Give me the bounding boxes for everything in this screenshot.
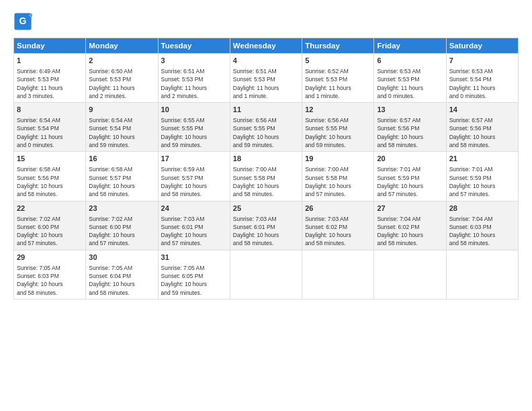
- calendar-cell: 18Sunrise: 7:00 AMSunset: 5:58 PMDayligh…: [230, 152, 302, 201]
- day-info: Daylight: 10 hours: [17, 182, 83, 190]
- calendar-cell: 8Sunrise: 6:54 AMSunset: 5:54 PMDaylight…: [14, 103, 86, 152]
- day-info: Sunrise: 7:05 AM: [89, 264, 154, 272]
- day-number: 28: [449, 203, 515, 214]
- day-info: and 59 minutes.: [161, 289, 227, 297]
- calendar-cell: 15Sunrise: 6:58 AMSunset: 5:56 PMDayligh…: [14, 152, 86, 201]
- calendar-cell: 24Sunrise: 7:03 AMSunset: 6:01 PMDayligh…: [158, 201, 230, 250]
- day-info: Daylight: 10 hours: [305, 133, 371, 141]
- calendar-cell: 9Sunrise: 6:54 AMSunset: 5:54 PMDaylight…: [86, 103, 158, 152]
- day-info: and 57 minutes.: [161, 239, 227, 247]
- calendar-cell: 30Sunrise: 7:05 AMSunset: 6:04 PMDayligh…: [86, 250, 158, 299]
- day-info: Sunrise: 7:03 AM: [305, 215, 371, 223]
- day-info: Sunrise: 6:55 AM: [161, 116, 227, 124]
- week-row-5: 29Sunrise: 7:05 AMSunset: 6:03 PMDayligh…: [14, 250, 519, 299]
- header-row: SundayMondayTuesdayWednesdayThursdayFrid…: [14, 38, 519, 54]
- day-info: Sunrise: 6:58 AM: [17, 165, 83, 173]
- day-number: 6: [377, 56, 443, 66]
- day-number: 20: [377, 154, 443, 165]
- day-info: Sunrise: 7:01 AM: [377, 165, 443, 173]
- day-info: Daylight: 10 hours: [233, 182, 299, 190]
- calendar-cell: 11Sunrise: 6:56 AMSunset: 5:55 PMDayligh…: [230, 103, 302, 152]
- day-info: Sunrise: 7:04 AM: [449, 215, 515, 223]
- day-info: Sunset: 5:54 PM: [89, 124, 154, 132]
- day-number: 10: [161, 105, 227, 116]
- logo-icon: G: [13, 12, 32, 31]
- day-info: and 58 minutes.: [17, 289, 83, 297]
- day-number: 8: [17, 105, 83, 116]
- day-number: 19: [305, 154, 371, 165]
- day-info: Sunset: 5:53 PM: [377, 75, 443, 83]
- day-info: Sunset: 5:53 PM: [89, 75, 154, 83]
- col-header-friday: Friday: [374, 38, 446, 54]
- page-header: G: [13, 12, 519, 31]
- day-info: Sunset: 5:55 PM: [233, 124, 299, 132]
- day-info: Sunrise: 6:49 AM: [17, 67, 83, 75]
- col-header-sunday: Sunday: [14, 38, 86, 54]
- calendar-cell: 19Sunrise: 7:00 AMSunset: 5:58 PMDayligh…: [302, 152, 374, 201]
- week-row-1: 1Sunrise: 6:49 AMSunset: 5:53 PMDaylight…: [14, 54, 519, 103]
- day-info: Sunrise: 6:51 AM: [233, 67, 299, 75]
- col-header-thursday: Thursday: [302, 38, 374, 54]
- day-info: Sunset: 6:02 PM: [305, 223, 371, 231]
- day-info: Sunrise: 7:01 AM: [449, 165, 515, 173]
- day-number: 3: [161, 56, 227, 66]
- day-info: Sunrise: 7:00 AM: [233, 165, 299, 173]
- day-info: Daylight: 10 hours: [161, 182, 227, 190]
- day-info: and 58 minutes.: [377, 239, 443, 247]
- day-info: Daylight: 10 hours: [161, 280, 227, 288]
- day-info: Sunset: 6:03 PM: [449, 223, 515, 231]
- calendar-cell: 25Sunrise: 7:03 AMSunset: 6:01 PMDayligh…: [230, 201, 302, 250]
- day-info: and 59 minutes.: [161, 141, 227, 149]
- day-info: Daylight: 10 hours: [89, 280, 154, 288]
- day-number: 22: [17, 203, 83, 214]
- day-info: Sunset: 5:53 PM: [161, 75, 227, 83]
- day-number: 26: [305, 203, 371, 214]
- col-header-monday: Monday: [86, 38, 158, 54]
- day-info: and 58 minutes.: [233, 239, 299, 247]
- day-info: and 2 minutes.: [161, 92, 227, 100]
- day-info: and 0 minutes.: [449, 92, 515, 100]
- day-info: and 57 minutes.: [377, 190, 443, 198]
- day-info: Daylight: 10 hours: [377, 133, 443, 141]
- day-number: 11: [233, 105, 299, 116]
- day-info: Sunrise: 7:03 AM: [161, 215, 227, 223]
- day-info: and 2 minutes.: [89, 92, 154, 100]
- logo: G: [13, 12, 35, 31]
- day-info: Sunrise: 7:02 AM: [17, 215, 83, 223]
- day-number: 31: [161, 253, 227, 263]
- calendar-cell: 28Sunrise: 7:04 AMSunset: 6:03 PMDayligh…: [446, 201, 518, 250]
- day-number: 2: [89, 56, 154, 66]
- day-info: and 59 minutes.: [305, 141, 371, 149]
- day-info: Daylight: 10 hours: [305, 231, 371, 239]
- day-info: Daylight: 10 hours: [449, 231, 515, 239]
- day-info: Daylight: 10 hours: [233, 231, 299, 239]
- day-info: Sunset: 5:53 PM: [17, 75, 83, 83]
- day-info: Sunrise: 6:59 AM: [161, 165, 227, 173]
- calendar-cell: 13Sunrise: 6:57 AMSunset: 5:56 PMDayligh…: [374, 103, 446, 152]
- day-number: 7: [449, 56, 515, 66]
- day-info: and 57 minutes.: [17, 239, 83, 247]
- day-info: and 58 minutes.: [449, 141, 515, 149]
- day-info: and 59 minutes.: [89, 141, 154, 149]
- calendar-cell: 5Sunrise: 6:52 AMSunset: 5:53 PMDaylight…: [302, 54, 374, 103]
- day-info: and 1 minute.: [233, 92, 299, 100]
- day-info: Daylight: 11 hours: [233, 84, 299, 92]
- calendar-header: SundayMondayTuesdayWednesdayThursdayFrid…: [14, 38, 519, 54]
- day-number: 25: [233, 203, 299, 214]
- day-info: Sunrise: 7:04 AM: [377, 215, 443, 223]
- calendar-cell: 23Sunrise: 7:02 AMSunset: 6:00 PMDayligh…: [86, 201, 158, 250]
- day-info: Sunrise: 6:57 AM: [449, 116, 515, 124]
- day-info: Sunset: 6:02 PM: [377, 223, 443, 231]
- day-info: and 57 minutes.: [305, 190, 371, 198]
- calendar-body: 1Sunrise: 6:49 AMSunset: 5:53 PMDaylight…: [14, 54, 519, 300]
- day-info: and 0 minutes.: [377, 92, 443, 100]
- day-info: Sunrise: 7:05 AM: [161, 264, 227, 272]
- day-number: 15: [17, 154, 83, 165]
- day-info: Daylight: 10 hours: [449, 182, 515, 190]
- day-info: and 58 minutes.: [305, 239, 371, 247]
- week-row-2: 8Sunrise: 6:54 AMSunset: 5:54 PMDaylight…: [14, 103, 519, 152]
- day-info: Sunrise: 7:02 AM: [89, 215, 154, 223]
- day-info: Sunset: 6:00 PM: [17, 223, 83, 231]
- day-info: Daylight: 10 hours: [377, 231, 443, 239]
- day-info: and 0 minutes.: [17, 141, 83, 149]
